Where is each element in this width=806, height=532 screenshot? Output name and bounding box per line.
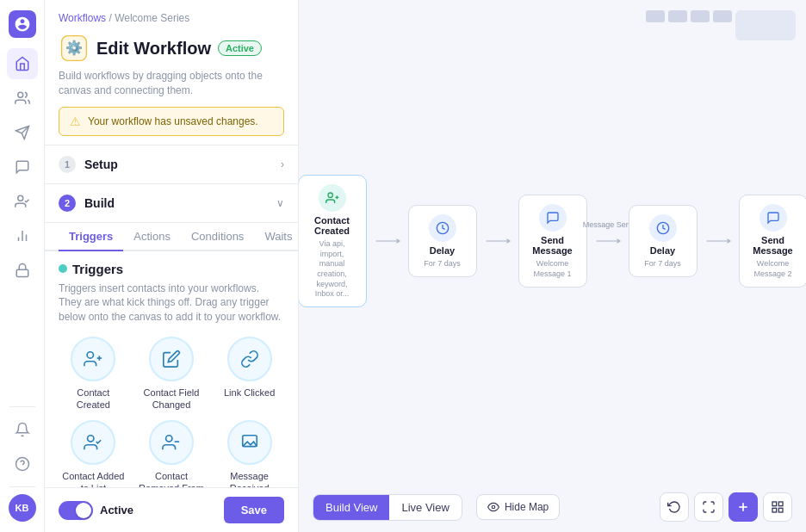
svg-point-15 xyxy=(88,435,94,441)
user-plus-icon xyxy=(84,350,102,368)
accordion-build-header[interactable]: 2 Build ∨ xyxy=(45,184,298,222)
layout-button[interactable] xyxy=(763,492,792,522)
wf-node-send-message-1-title: Send Message xyxy=(528,235,578,256)
svg-point-3 xyxy=(17,195,22,201)
arrow-svg-3 xyxy=(595,234,621,248)
user-plus-wf-icon xyxy=(326,191,339,205)
user-minus-icon xyxy=(162,433,181,452)
trigger-link-clicked[interactable]: Link Clicked xyxy=(214,337,284,411)
canvas-toolbar: Build View Live View Hide Map xyxy=(299,482,806,532)
title-row: ⚙️ Edit Workflow Active xyxy=(59,33,284,64)
sidebar-item-campaigns[interactable] xyxy=(7,117,38,148)
sidebar-item-notifications[interactable] xyxy=(7,414,38,445)
trigger-contact-created[interactable]: ContactCreated xyxy=(59,337,128,411)
undo-button[interactable] xyxy=(660,492,689,522)
sidebar-item-conversations[interactable] xyxy=(7,152,38,182)
svg-rect-40 xyxy=(778,502,783,506)
sidebar-item-settings[interactable] xyxy=(7,255,38,286)
hide-map-button[interactable]: Hide Map xyxy=(476,494,560,520)
save-button[interactable]: Save xyxy=(224,497,284,523)
triggers-heading: Triggers xyxy=(72,262,123,276)
wf-node-delay-1-sub: For 7 days xyxy=(424,259,461,269)
message-square-icon xyxy=(240,433,259,452)
canvas-area: Contact Created Via api, import, manual … xyxy=(299,0,806,482)
tab-conditions[interactable]: Conditions xyxy=(181,223,254,251)
svg-marker-32 xyxy=(617,238,621,244)
edit-icon xyxy=(162,350,181,368)
trigger-dot xyxy=(59,264,67,273)
trigger-contact-created-label: ContactCreated xyxy=(77,387,110,411)
triggers-title: Triggers xyxy=(59,262,284,276)
sidebar-item-contacts[interactable] xyxy=(7,83,38,114)
wf-card-send-message-2-icon xyxy=(760,204,787,232)
trigger-message-received-label: MessageReceived xyxy=(230,470,270,487)
svg-rect-7 xyxy=(16,269,28,276)
live-view-button[interactable]: Live View xyxy=(389,495,461,520)
sidebar-item-home[interactable] xyxy=(7,48,38,79)
chevron-down-icon: ∨ xyxy=(276,197,284,209)
wf-node-delay-1[interactable]: Delay For 7 days xyxy=(404,205,481,277)
svg-marker-35 xyxy=(727,238,731,244)
sidebar-item-segments[interactable] xyxy=(7,186,38,217)
wf-arrow-3: Message Sent xyxy=(595,234,621,248)
undo-icon xyxy=(667,500,681,514)
maximize-icon xyxy=(702,500,716,514)
user-check-icon xyxy=(84,433,102,452)
breadcrumb-parent[interactable]: Workflows xyxy=(59,12,106,24)
wf-node-contact-created[interactable]: Contact Created Via api, import, manual … xyxy=(299,175,371,307)
tab-waits[interactable]: Waits xyxy=(254,223,299,251)
trigger-contact-removed-from-list-label: ContactRemoved FromList xyxy=(139,470,204,487)
build-view-button[interactable]: Build View xyxy=(313,495,389,520)
wf-node-delay-1-title: Delay xyxy=(430,245,455,256)
wf-arrow-1 xyxy=(375,234,400,248)
app-logo xyxy=(9,10,36,38)
chevron-right-icon: › xyxy=(281,158,284,170)
wf-node-contact-created-sub: Via api, import, manual creation, keywor… xyxy=(307,239,357,300)
sidebar-item-help[interactable] xyxy=(7,448,38,479)
trigger-contact-removed-from-list[interactable]: ContactRemoved FromList xyxy=(137,420,207,487)
user-avatar[interactable]: KB xyxy=(9,494,36,522)
wf-node-send-message-1-sub: Welcome Message 1 xyxy=(528,259,578,279)
svg-text:⚙️: ⚙️ xyxy=(65,39,84,57)
fit-button[interactable] xyxy=(694,492,723,522)
panel-footer: Active Save xyxy=(45,487,298,532)
toggle-knob xyxy=(76,503,91,518)
status-badge: Active xyxy=(218,40,262,56)
arrow-svg-2 xyxy=(485,234,511,248)
warning-text: Your workflow has unsaved changes. xyxy=(88,115,258,127)
wf-node-send-message-2-title: Send Message xyxy=(748,235,798,256)
tab-actions[interactable]: Actions xyxy=(123,223,181,251)
clock-wf-icon-1 xyxy=(436,221,450,235)
svg-point-12 xyxy=(87,352,93,358)
wf-node-delay-2[interactable]: Delay For 7 days xyxy=(624,205,702,277)
wf-node-send-message-2[interactable]: Send Message Welcome Message 2 xyxy=(735,195,807,287)
layout-icon xyxy=(771,500,784,514)
toggle-wrap: Active xyxy=(59,501,133,520)
trigger-link-clicked-icon-wrap xyxy=(227,337,272,381)
accordion-setup-header[interactable]: 1 Setup › xyxy=(45,145,298,183)
view-toggle: Build View Live View xyxy=(313,494,462,521)
wf-card-send-message-1-icon xyxy=(539,204,567,232)
tab-triggers[interactable]: Triggers xyxy=(59,223,123,251)
svg-rect-41 xyxy=(778,508,783,512)
wf-arrow-2 xyxy=(485,234,511,248)
trigger-contact-added-to-list[interactable]: Contact Addedto List xyxy=(59,420,128,487)
trigger-contact-field-changed[interactable]: Contact FieldChanged xyxy=(137,337,207,411)
trigger-message-received[interactable]: MessageReceived xyxy=(214,420,284,487)
wf-node-send-message-1[interactable]: Send Message Welcome Message 1 xyxy=(514,195,592,287)
active-toggle[interactable] xyxy=(59,501,93,520)
message-sent-label: Message Sent xyxy=(583,220,633,229)
plus-icon xyxy=(736,500,750,514)
wf-node-delay-2-sub: For 7 days xyxy=(644,259,681,269)
add-button[interactable] xyxy=(728,492,758,522)
arrow-svg-4 xyxy=(705,234,731,248)
message-wf-icon-2 xyxy=(766,211,780,225)
page-subtitle: Build workflows by dragging objects onto… xyxy=(59,69,284,98)
sidebar-item-analytics[interactable] xyxy=(7,220,38,251)
trigger-link-clicked-label: Link Clicked xyxy=(224,387,275,399)
warning-banner: ⚠ Your workflow has unsaved changes. xyxy=(59,107,284,136)
accordion-build-title: Build xyxy=(84,196,115,210)
left-panel: Workflows / Welcome Series ⚙️ Edit Workf… xyxy=(45,0,299,532)
trigger-contact-field-changed-icon-wrap xyxy=(149,337,194,381)
wf-card-delay-2: Delay For 7 days xyxy=(629,205,698,277)
